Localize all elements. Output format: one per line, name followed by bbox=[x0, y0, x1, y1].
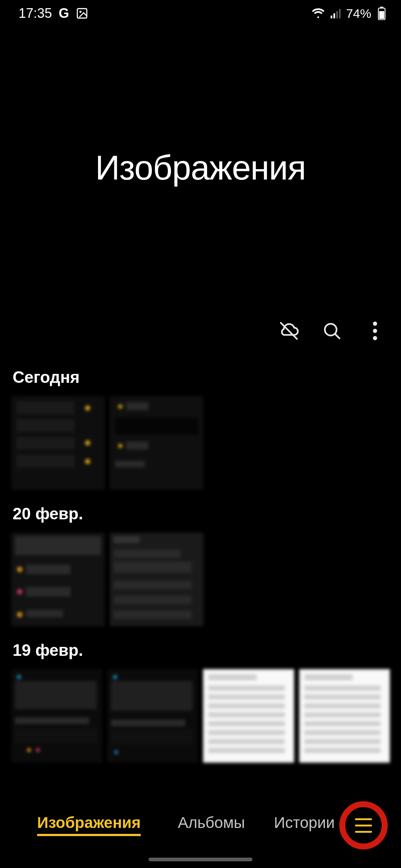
image-thumbnail[interactable] bbox=[110, 533, 203, 626]
tab-stories[interactable]: Истории bbox=[274, 812, 335, 834]
cloud-sync-off-icon[interactable] bbox=[278, 320, 300, 342]
image-thumbnail[interactable] bbox=[299, 669, 390, 763]
image-thumbnail[interactable] bbox=[110, 396, 203, 490]
svg-point-14 bbox=[373, 336, 377, 340]
tab-images[interactable]: Изображения bbox=[37, 812, 141, 836]
svg-point-13 bbox=[373, 329, 377, 333]
status-left: 17:35 G bbox=[19, 6, 88, 21]
svg-rect-2 bbox=[330, 16, 332, 19]
clock: 17:35 bbox=[19, 6, 52, 21]
page-title: Изображения bbox=[95, 148, 306, 187]
section-feb20: 20 февр. bbox=[11, 504, 390, 626]
battery-percent: 74% bbox=[346, 6, 371, 21]
gesture-bar bbox=[149, 858, 252, 861]
thumb-row bbox=[11, 669, 390, 763]
google-icon: G bbox=[59, 6, 69, 21]
svg-rect-5 bbox=[339, 9, 341, 19]
image-thumbnail[interactable] bbox=[203, 669, 294, 763]
menu-button-highlight bbox=[339, 801, 388, 849]
highlight-ring bbox=[339, 801, 388, 849]
svg-line-11 bbox=[335, 334, 339, 338]
thumb-row bbox=[11, 396, 390, 490]
svg-rect-3 bbox=[333, 13, 335, 19]
collapsing-header: Изображения bbox=[0, 27, 401, 309]
image-thumbnail[interactable] bbox=[11, 669, 102, 763]
svg-line-9 bbox=[281, 323, 297, 339]
section-title: 20 февр. bbox=[11, 504, 390, 523]
photos-icon bbox=[76, 7, 88, 20]
section-title: Сегодня bbox=[11, 368, 390, 387]
image-thumbnail[interactable] bbox=[11, 533, 105, 626]
image-thumbnail[interactable] bbox=[107, 669, 198, 763]
search-icon[interactable] bbox=[321, 320, 343, 342]
toolbar bbox=[0, 309, 401, 353]
section-today: Сегодня bbox=[11, 368, 390, 490]
gallery-content[interactable]: Сегодня 20 февр. 19 февр. bbox=[0, 368, 401, 763]
wifi-icon bbox=[311, 8, 325, 19]
thumb-row bbox=[11, 533, 390, 626]
section-title: 19 февр. bbox=[11, 641, 390, 660]
image-thumbnail[interactable] bbox=[11, 396, 105, 490]
status-bar: 17:35 G 74% bbox=[0, 0, 401, 27]
tab-albums[interactable]: Альбомы bbox=[178, 812, 245, 834]
battery-icon bbox=[377, 7, 386, 20]
svg-rect-4 bbox=[336, 11, 338, 19]
svg-rect-0 bbox=[77, 9, 87, 18]
signal-icon bbox=[330, 8, 342, 19]
svg-point-1 bbox=[79, 11, 82, 13]
svg-point-12 bbox=[373, 322, 377, 326]
status-right: 74% bbox=[311, 6, 386, 21]
svg-rect-8 bbox=[379, 11, 384, 19]
more-options-icon[interactable] bbox=[364, 320, 386, 342]
section-feb19: 19 февр. bbox=[11, 641, 390, 763]
